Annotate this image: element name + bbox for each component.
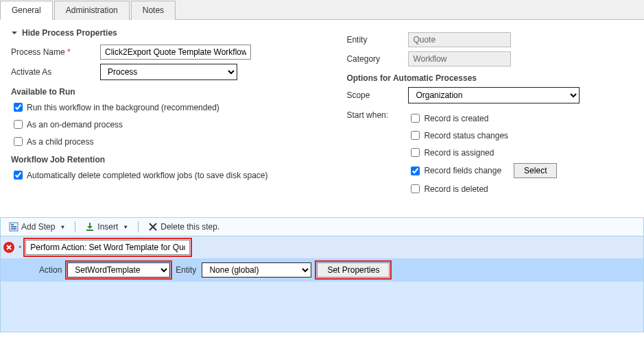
step-entity-label: Entity <box>176 265 196 275</box>
chevron-down-icon: ▼ <box>60 224 65 230</box>
toolbar-separator <box>75 221 75 232</box>
process-name-label: Process Name * <box>11 47 100 57</box>
scope-label: Scope <box>346 90 408 100</box>
step-description-input[interactable] <box>25 240 190 255</box>
start-when-group: Record is created Record status changes … <box>408 108 557 199</box>
delete-icon <box>148 222 158 232</box>
chk-child-process-label: As a child process <box>27 137 93 147</box>
chk-auto-delete-jobs-label: Automatically delete completed workflow … <box>27 171 268 180</box>
add-step-button[interactable]: Add Step ▼ <box>5 221 69 233</box>
svg-rect-1 <box>11 224 14 225</box>
tab-administration[interactable]: Administration <box>54 1 130 20</box>
step-action-row: Action SetWordTemplate Entity None (glob… <box>1 258 643 282</box>
hide-process-properties-toggle[interactable]: Hide Process Properties <box>11 28 326 38</box>
step-header-row[interactable]: • <box>1 236 643 258</box>
workflow-job-retention-heading: Workflow Job Retention <box>11 155 326 164</box>
action-select[interactable]: SetWordTemplate <box>67 262 170 278</box>
entity-value: Quote <box>408 32 511 47</box>
category-label: Category <box>346 54 408 64</box>
svg-rect-3 <box>11 228 16 230</box>
tab-general[interactable]: General <box>0 1 53 20</box>
action-label: Action <box>39 265 62 275</box>
chk-record-assigned[interactable] <box>411 148 420 157</box>
entity-label: Entity <box>346 35 408 45</box>
add-step-icon <box>9 222 19 232</box>
right-column: Entity Quote Category Workflow Options f… <box>326 28 633 204</box>
content-panel: Hide Process Properties Process Name * A… <box>0 20 644 217</box>
tab-notes[interactable]: Notes <box>131 1 176 20</box>
insert-label: Insert <box>97 222 118 232</box>
toolbar-separator <box>138 221 139 232</box>
chk-record-deleted-label: Record is deleted <box>424 184 488 194</box>
process-name-input[interactable] <box>100 45 251 60</box>
chk-record-fields-change[interactable] <box>411 167 420 175</box>
chk-record-created-label: Record is created <box>424 114 488 123</box>
add-step-label: Add Step <box>21 222 55 232</box>
activate-as-label: Activate As <box>11 67 100 77</box>
available-to-run-heading: Available to Run <box>11 87 326 97</box>
set-properties-button[interactable]: Set Properties <box>317 262 390 278</box>
svg-rect-2 <box>11 226 16 228</box>
scope-select[interactable]: Organization <box>408 87 580 103</box>
chk-child-process[interactable] <box>14 137 23 146</box>
left-column: Hide Process Properties Process Name * A… <box>11 28 326 204</box>
step-toolbar: Add Step ▼ Insert ▼ Delete this step. <box>0 217 644 236</box>
tab-strip: General Administration Notes <box>0 0 644 20</box>
chk-on-demand[interactable] <box>14 120 23 129</box>
delete-step-button[interactable]: Delete this step. <box>144 221 224 233</box>
delete-step-label: Delete this step. <box>160 222 219 232</box>
chk-record-deleted[interactable] <box>411 184 420 193</box>
chk-run-background[interactable] <box>14 103 23 112</box>
chk-record-created[interactable] <box>411 114 420 123</box>
svg-rect-5 <box>86 230 93 231</box>
chk-record-status-changes[interactable] <box>411 131 420 140</box>
step-grid: • Action SetWordTemplate Entity None (gl… <box>0 236 644 332</box>
chevron-down-icon: ▼ <box>123 224 128 230</box>
chk-record-assigned-label: Record is assigned <box>424 148 494 158</box>
insert-icon <box>85 222 95 232</box>
chk-auto-delete-jobs[interactable] <box>14 171 23 180</box>
chk-record-fields-change-label: Record fields change <box>424 166 501 175</box>
hide-process-properties-label: Hide Process Properties <box>22 28 117 38</box>
activate-as-select[interactable]: Process <box>100 64 237 80</box>
category-value: Workflow <box>408 51 511 66</box>
chevron-down-icon <box>11 29 18 36</box>
chk-record-status-changes-label: Record status changes <box>424 131 508 140</box>
remove-step-icon[interactable] <box>3 242 14 253</box>
select-fields-button[interactable]: Select <box>514 163 557 178</box>
required-marker: * <box>65 47 71 57</box>
insert-button[interactable]: Insert ▼ <box>81 221 132 233</box>
options-auto-processes-heading: Options for Automatic Processes <box>346 73 633 83</box>
start-when-label: Start when: <box>346 108 408 120</box>
bullet-icon: • <box>19 243 21 252</box>
step-entity-select[interactable]: None (global) <box>202 262 311 278</box>
chk-on-demand-label: As an on-demand process <box>27 120 123 130</box>
chk-run-background-label: Run this workflow in the background (rec… <box>27 103 219 112</box>
